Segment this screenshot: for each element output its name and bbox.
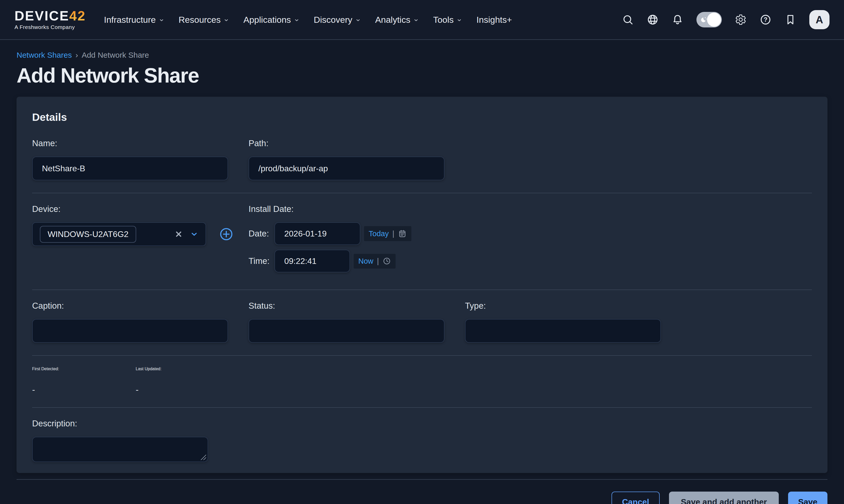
gear-icon: [735, 14, 747, 25]
chevron-down-icon: [294, 18, 299, 23]
divider: [32, 193, 812, 193]
avatar[interactable]: A: [809, 10, 829, 29]
save-button[interactable]: Save: [788, 491, 827, 504]
caption-input[interactable]: [32, 319, 228, 343]
page-title: Add Network Share: [17, 64, 827, 87]
now-link[interactable]: Now: [358, 257, 373, 266]
today-link[interactable]: Today: [369, 230, 389, 238]
nav-item-label: Resources: [179, 15, 221, 25]
chevron-down-icon: [355, 18, 361, 23]
divider: [32, 407, 812, 408]
nav-item-label: Analytics: [375, 15, 410, 25]
chevron-down-icon: [414, 18, 419, 23]
cancel-button[interactable]: Cancel: [612, 491, 660, 504]
form-footer: Cancel Save and add another Save: [17, 479, 827, 504]
globe-icon: [647, 14, 658, 25]
description-label: Description:: [32, 419, 812, 429]
nav-item-applications[interactable]: Applications: [243, 15, 299, 25]
install-date-label: Install Date:: [248, 204, 465, 214]
date-row: Date: Today |: [248, 222, 465, 245]
name-label: Name:: [32, 139, 248, 148]
last-updated-value: -: [136, 385, 161, 395]
bookmarks-button[interactable]: [785, 14, 796, 25]
brand-wordmark: DEVICE42: [15, 9, 86, 22]
calendar-icon[interactable]: [398, 229, 407, 238]
breadcrumb-link-network-shares[interactable]: Network Shares: [17, 51, 72, 59]
svg-text:?: ?: [764, 16, 768, 23]
add-device-button[interactable]: [219, 227, 233, 241]
nav-item-discovery[interactable]: Discovery: [314, 15, 361, 25]
date-input[interactable]: [275, 222, 361, 245]
row-name-path: Name: Path:: [32, 139, 812, 180]
time-input[interactable]: [275, 250, 350, 272]
nav-item-analytics[interactable]: Analytics: [375, 15, 419, 25]
path-input[interactable]: [248, 157, 444, 180]
breadcrumb: Network Shares › Add Network Share: [17, 51, 827, 59]
date-label: Date:: [248, 229, 275, 238]
brand-tagline: A Freshworks Company: [15, 24, 86, 30]
type-input[interactable]: [465, 319, 661, 343]
time-label: Time:: [248, 256, 275, 266]
save-and-add-another-button[interactable]: Save and add another: [669, 491, 779, 504]
top-nav: DEVICE42 A Freshworks Company Infrastruc…: [0, 0, 844, 40]
nav-item-label: Insights+: [476, 15, 512, 25]
breadcrumb-current: Add Network Share: [82, 51, 149, 59]
field-type: Type:: [465, 301, 812, 343]
nav-item-label: Applications: [243, 15, 291, 25]
field-install-date: Install Date: Date: Today | Time: Now: [248, 204, 465, 277]
nav-item-resources[interactable]: Resources: [179, 15, 229, 25]
field-first-detected: First Detected: -: [32, 366, 136, 395]
page-content: Network Shares › Add Network Share Add N…: [0, 51, 844, 504]
help-button[interactable]: ?: [760, 14, 772, 25]
field-status: Status:: [248, 301, 465, 343]
path-label: Path:: [248, 139, 465, 148]
nav-item-label: Infrastructure: [104, 15, 156, 25]
row-caption-status-type: Caption: Status: Type:: [32, 301, 812, 343]
row-detected-updated: First Detected: - Last Updated: -: [32, 366, 812, 395]
brand-device-text: DEVICE: [15, 9, 69, 22]
chevron-down-icon: [224, 18, 229, 23]
field-name: Name:: [32, 139, 248, 180]
device-select[interactable]: WINDOWS-U2AT6G2: [32, 222, 206, 246]
search-button[interactable]: [622, 14, 634, 25]
device-label: Device:: [32, 204, 248, 214]
theme-toggle[interactable]: [697, 12, 722, 28]
row-device-installdate: Device: WINDOWS-U2AT6G2 Install Date:: [32, 204, 812, 277]
status-input[interactable]: [248, 319, 444, 343]
last-updated-label: Last Updated:: [136, 366, 161, 371]
main-menu: Infrastructure Resources Applications Di…: [104, 15, 512, 25]
nav-item-label: Tools: [433, 15, 454, 25]
nav-item-infrastructure[interactable]: Infrastructure: [104, 15, 164, 25]
settings-button[interactable]: [735, 14, 747, 25]
description-textarea[interactable]: [32, 437, 208, 462]
status-label: Status:: [248, 301, 465, 311]
field-last-updated: Last Updated: -: [136, 366, 161, 395]
date-shortcuts: Today |: [364, 226, 411, 241]
globe-button[interactable]: [647, 14, 658, 25]
nav-item-label: Discovery: [314, 15, 352, 25]
field-path: Path:: [248, 139, 465, 180]
help-icon: ?: [760, 14, 772, 25]
device-clear-button[interactable]: [175, 230, 183, 238]
clock-icon[interactable]: [383, 257, 391, 265]
panel-heading: Details: [32, 111, 812, 123]
brand-logo[interactable]: DEVICE42 A Freshworks Company: [15, 9, 86, 30]
divider: [32, 355, 812, 356]
device-selected-chip: WINDOWS-U2AT6G2: [40, 226, 136, 243]
shortcut-divider: |: [377, 257, 379, 266]
time-shortcuts: Now |: [354, 254, 395, 269]
brand-42-text: 42: [69, 9, 86, 22]
close-icon: [175, 230, 183, 238]
chevron-down-icon: [190, 230, 198, 238]
notifications-button[interactable]: [672, 14, 684, 25]
bookmark-icon: [785, 14, 796, 25]
nav-item-insights[interactable]: Insights+: [476, 15, 512, 25]
time-row: Time: Now |: [248, 250, 465, 272]
chevron-down-icon: [457, 18, 462, 23]
nav-actions: ? A: [622, 10, 829, 29]
shortcut-divider: |: [392, 230, 394, 238]
name-input[interactable]: [32, 157, 228, 180]
bell-icon: [672, 14, 684, 25]
nav-item-tools[interactable]: Tools: [433, 15, 462, 25]
field-caption: Caption:: [32, 301, 248, 343]
